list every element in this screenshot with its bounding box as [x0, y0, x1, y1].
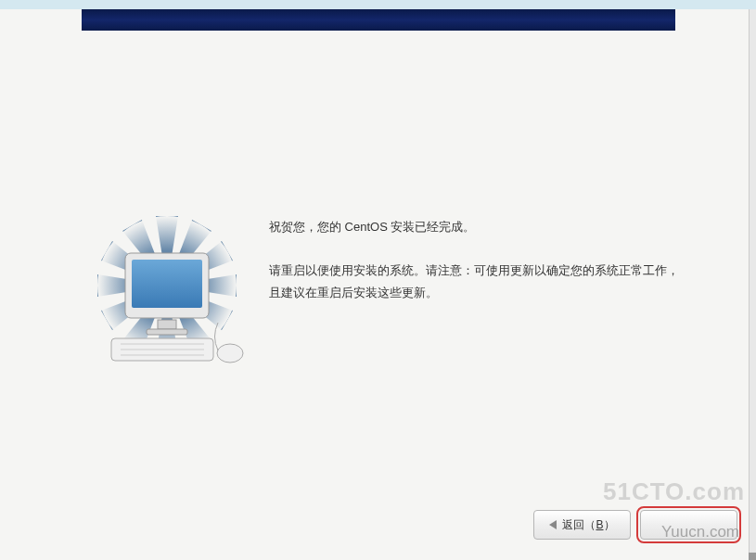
back-button-label: 返回（B）	[562, 517, 614, 533]
text-section: 祝贺您，您的 CentOS 安装已经完成。 请重启以便使用安装的系统。请注意：可…	[269, 216, 682, 376]
svg-rect-16	[147, 329, 187, 335]
header-banner	[82, 9, 675, 31]
right-scrollbar-track	[749, 9, 756, 560]
computer-sunburst-icon	[74, 216, 260, 374]
watermark-yuucn: Yuucn.com	[661, 523, 739, 541]
content-area: 祝贺您，您的 CentOS 安装已经完成。 请重启以便使用安装的系统。请注意：可…	[0, 216, 756, 376]
arrow-left-icon	[549, 520, 557, 529]
instructions-message: 请重启以便使用安装的系统。请注意：可使用更新以确定您的系统正常工作，且建议在重启…	[269, 260, 682, 303]
svg-rect-15	[158, 320, 176, 329]
completion-graphic	[74, 216, 269, 376]
watermark-51cto: 51CTO.com	[603, 477, 745, 506]
svg-rect-14	[132, 260, 202, 308]
svg-point-21	[217, 344, 243, 363]
scrollbar-corner	[749, 553, 756, 560]
back-button[interactable]: 返回（B）	[533, 510, 631, 540]
congrats-message: 祝贺您，您的 CentOS 安装已经完成。	[269, 216, 682, 237]
